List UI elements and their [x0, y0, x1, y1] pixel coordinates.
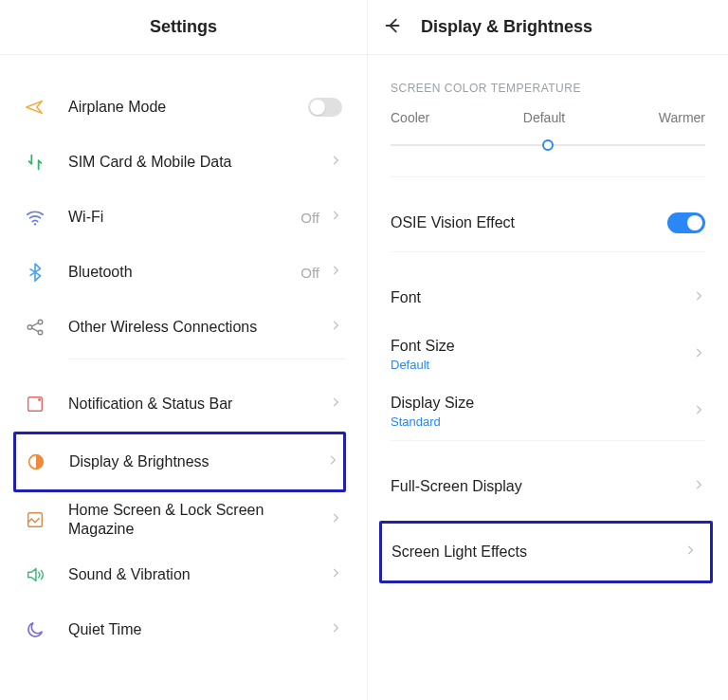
bluetooth-status: Off — [300, 265, 319, 281]
item-label: Notification & Status Bar — [53, 395, 329, 414]
detail-content: SCREEN COLOR TEMPERATURE Cooler Default … — [368, 55, 728, 583]
wifi-status: Off — [300, 210, 319, 226]
item-label: Quiet Time — [53, 620, 329, 639]
settings-item-quiet-time[interactable]: Quiet Time — [21, 602, 346, 657]
screen-light-label: Screen Light Effects — [391, 543, 683, 561]
font-size-label: Font Size — [391, 338, 692, 355]
full-screen-label: Full-Screen Display — [391, 478, 692, 495]
chevron-right-icon — [329, 566, 342, 583]
row-font[interactable]: Font — [383, 269, 713, 326]
row-font-size[interactable]: Font Size Default — [383, 326, 713, 383]
item-label: Sound & Vibration — [53, 565, 329, 584]
svg-point-5 — [38, 398, 41, 401]
settings-list: Airplane Mode SIM Card & Mobile Data Wi-… — [0, 55, 367, 657]
connections-icon — [25, 317, 53, 338]
slider-thumb[interactable] — [542, 139, 554, 151]
chevron-right-icon — [692, 346, 705, 363]
section-divider — [68, 359, 346, 359]
moon-icon — [25, 619, 53, 640]
row-screen-light[interactable]: Screen Light Effects — [382, 524, 706, 580]
display-icon — [26, 451, 54, 472]
color-temp-labels: Cooler Default Warmer — [383, 104, 713, 131]
item-label: Bluetooth — [53, 263, 300, 282]
wifi-icon — [25, 207, 53, 228]
sound-icon — [25, 564, 53, 585]
settings-item-wifi[interactable]: Wi-Fi Off — [21, 190, 346, 245]
chevron-right-icon — [329, 621, 342, 638]
detail-title: Display & Brightness — [421, 17, 592, 37]
settings-title: Settings — [150, 17, 217, 37]
home-magazine-icon — [25, 509, 53, 530]
item-label: SIM Card & Mobile Data — [53, 153, 329, 172]
airplane-icon — [25, 97, 53, 118]
display-size-value: Standard — [391, 414, 692, 429]
settings-item-other-wireless[interactable]: Other Wireless Connections — [21, 300, 346, 355]
color-temp-slider[interactable] — [391, 133, 705, 157]
item-label: Other Wireless Connections — [53, 318, 329, 337]
chevron-right-icon — [692, 403, 705, 420]
sim-icon — [25, 152, 53, 173]
chevron-right-icon — [329, 264, 342, 281]
chevron-right-icon — [329, 209, 342, 226]
row-full-screen[interactable]: Full-Screen Display — [383, 458, 713, 515]
row-display-size[interactable]: Display Size Standard — [383, 383, 713, 440]
settings-item-sound[interactable]: Sound & Vibration — [21, 547, 346, 602]
notification-icon — [25, 394, 53, 414]
chevron-right-icon — [329, 396, 342, 413]
settings-item-notification[interactable]: Notification & Status Bar — [21, 377, 346, 432]
settings-header: Settings — [0, 0, 367, 55]
settings-panel: Settings Airplane Mode SIM Card & Mobile… — [0, 0, 368, 700]
highlight-display-brightness: Display & Brightness — [13, 432, 346, 492]
highlight-screen-light: Screen Light Effects — [379, 521, 713, 583]
detail-header: Display & Brightness — [368, 0, 728, 55]
settings-item-home-screen[interactable]: Home Screen & Lock Screen Magazine — [21, 492, 346, 547]
detail-panel: Display & Brightness SCREEN COLOR TEMPER… — [368, 0, 728, 700]
settings-item-display[interactable]: Display & Brightness — [16, 434, 343, 489]
chevron-right-icon — [329, 319, 342, 336]
settings-item-sim[interactable]: SIM Card & Mobile Data — [21, 135, 346, 190]
item-label: Display & Brightness — [54, 452, 326, 471]
svg-point-3 — [38, 330, 43, 335]
item-label: Airplane Mode — [53, 98, 308, 117]
airplane-toggle[interactable] — [308, 98, 342, 117]
row-osie[interactable]: OSIE Vision Effect — [383, 194, 713, 251]
label-warmer: Warmer — [659, 110, 705, 125]
svg-point-2 — [38, 320, 43, 324]
chevron-right-icon — [329, 511, 342, 528]
chevron-right-icon — [329, 154, 342, 171]
bluetooth-icon — [25, 262, 53, 283]
chevron-right-icon — [692, 478, 705, 495]
settings-item-bluetooth[interactable]: Bluetooth Off — [21, 245, 346, 300]
chevron-right-icon — [692, 289, 705, 306]
label-default: Default — [523, 110, 565, 125]
svg-point-1 — [27, 325, 32, 330]
osie-label: OSIE Vision Effect — [391, 214, 667, 231]
svg-point-0 — [34, 223, 36, 225]
item-label: Wi-Fi — [53, 208, 300, 227]
chevron-right-icon — [683, 543, 697, 561]
osie-toggle[interactable] — [667, 212, 705, 233]
font-size-value: Default — [391, 358, 692, 372]
back-button[interactable] — [383, 15, 404, 40]
item-label: Home Screen & Lock Screen Magazine — [53, 501, 329, 539]
display-size-label: Display Size — [391, 395, 692, 412]
label-cooler: Cooler — [391, 110, 429, 125]
font-label: Font — [391, 289, 692, 306]
color-temp-section-title: SCREEN COLOR TEMPERATURE — [383, 55, 713, 104]
chevron-right-icon — [326, 453, 339, 470]
settings-item-airplane-mode[interactable]: Airplane Mode — [21, 80, 346, 135]
